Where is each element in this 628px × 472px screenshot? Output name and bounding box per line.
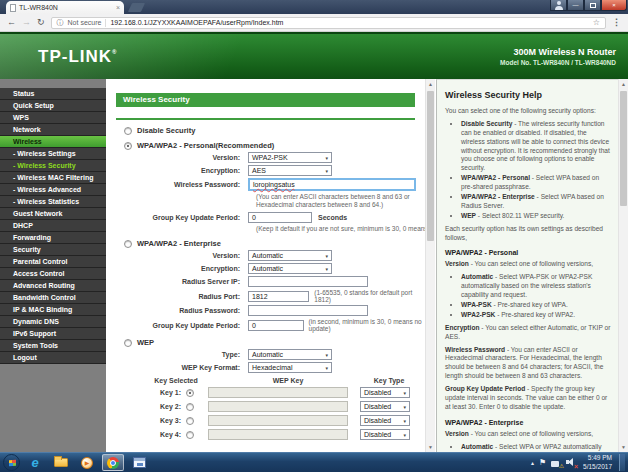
volume-muted-icon[interactable]: × bbox=[566, 458, 578, 467]
show-desktop-button[interactable] bbox=[619, 454, 625, 472]
scroll-down-icon[interactable]: ▼ bbox=[426, 442, 435, 452]
info-icon[interactable]: ⓘ bbox=[57, 18, 64, 28]
wep-key-4-type-select[interactable]: Disabled▾ bbox=[360, 429, 410, 440]
help-scrollbar[interactable]: ▲ ▼ bbox=[618, 79, 628, 452]
sidebar-item-wireless-mac-filtering[interactable]: - Wireless MAC Filtering bbox=[0, 172, 106, 184]
taskbar-app-icon[interactable] bbox=[128, 454, 150, 471]
taskbar-chrome-icon[interactable] bbox=[102, 454, 124, 471]
wep-key-2-field[interactable] bbox=[208, 401, 348, 412]
sidebar-item-status[interactable]: Status bbox=[0, 88, 106, 100]
scrollbar-thumb[interactable] bbox=[427, 91, 434, 241]
minimize-button[interactable]: — bbox=[567, 0, 584, 11]
wep-type-select[interactable]: Automatic▾ bbox=[248, 349, 332, 360]
address-bar[interactable]: ⓘ Not secure 192.168.0.1/JZYXXKAAIMOEPAF… bbox=[51, 17, 606, 29]
sidebar-item-wireless-advanced[interactable]: - Wireless Advanced bbox=[0, 184, 106, 196]
sidebar-item-wireless-security[interactable]: - Wireless Security bbox=[0, 160, 106, 172]
sidebar-item-forwarding[interactable]: Forwarding bbox=[0, 232, 106, 244]
wpa-personal-option[interactable]: WPA/WPA2 - Personal(Recommended) bbox=[124, 141, 425, 150]
forward-icon[interactable]: → bbox=[22, 18, 31, 27]
taskbar-ie-icon[interactable]: e bbox=[24, 454, 46, 471]
tab-close-icon[interactable]: × bbox=[116, 4, 120, 11]
clock-time: 5:49 PM bbox=[583, 454, 612, 463]
sidebar-item-logout[interactable]: Logout bbox=[0, 352, 106, 364]
sidebar-item-system-tools[interactable]: System Tools bbox=[0, 340, 106, 352]
radius-ip-field[interactable] bbox=[248, 276, 368, 287]
radius-port-field[interactable]: 1812 bbox=[248, 291, 309, 302]
sidebar-item-access-control[interactable]: Access Control bbox=[0, 268, 106, 280]
personal-version-select[interactable]: WPA2-PSK▾ bbox=[248, 152, 332, 163]
radius-port-value: 1812 bbox=[252, 293, 268, 300]
radio-wep-key-4[interactable] bbox=[186, 431, 194, 439]
definition: - The wireless security function can be … bbox=[461, 120, 610, 171]
browser-tab[interactable]: TL-WR840N × bbox=[6, 1, 124, 14]
disable-security-option[interactable]: Disable Security bbox=[124, 126, 425, 135]
wep-format-select[interactable]: Hexadecimal▾ bbox=[248, 362, 332, 373]
maximize-button[interactable] bbox=[584, 0, 601, 11]
enterprise-encryption-value: Automatic bbox=[252, 265, 283, 272]
tray-expand-icon[interactable]: ▴ bbox=[531, 460, 534, 466]
wep-key-4-field[interactable] bbox=[208, 429, 348, 440]
wpa-enterprise-option[interactable]: WPA/WPA2 - Enterprise bbox=[124, 239, 425, 248]
content-scrollbar[interactable]: ▲ ▼ bbox=[425, 79, 435, 452]
scroll-up-icon[interactable]: ▲ bbox=[426, 79, 435, 89]
sidebar-item-wireless-statistics[interactable]: - Wireless Statistics bbox=[0, 196, 106, 208]
term: WPA2-PSK bbox=[461, 311, 495, 318]
wep-key-1-type-select[interactable]: Disabled▾ bbox=[360, 387, 410, 398]
enterprise-version-value: Automatic bbox=[252, 252, 283, 259]
reload-icon[interactable]: ↻ bbox=[37, 18, 45, 27]
sidebar-item-network[interactable]: Network bbox=[0, 124, 106, 136]
wep-key-2-type-select[interactable]: Disabled▾ bbox=[360, 401, 410, 412]
taskbar-media-player-icon[interactable]: ▶ bbox=[76, 454, 98, 471]
wireless-password-field[interactable]: loropingsatus bbox=[248, 178, 416, 191]
sidebar-item-dhcp[interactable]: DHCP bbox=[0, 220, 106, 232]
new-tab-button[interactable] bbox=[128, 3, 145, 12]
wep-option[interactable]: WEP bbox=[124, 338, 425, 347]
sidebar-item-parental-control[interactable]: Parental Control bbox=[0, 256, 106, 268]
scrollbar-thumb[interactable] bbox=[620, 91, 627, 206]
network-status-icon[interactable] bbox=[551, 459, 561, 467]
sidebar-item-bandwidth-control[interactable]: Bandwidth Control bbox=[0, 292, 106, 304]
start-button[interactable] bbox=[3, 454, 20, 471]
personal-gkup-field[interactable]: 0 bbox=[248, 212, 312, 223]
radio-wpa-enterprise[interactable] bbox=[124, 240, 132, 248]
browser-menu-icon[interactable]: ⋮ bbox=[612, 18, 621, 27]
radius-password-field[interactable] bbox=[248, 305, 368, 316]
back-icon[interactable]: ← bbox=[7, 18, 16, 27]
radio-wep[interactable] bbox=[124, 339, 132, 347]
chevron-down-icon: ▾ bbox=[325, 352, 328, 358]
enterprise-gkup-field[interactable]: 0 bbox=[248, 320, 304, 331]
wep-key-3-field[interactable] bbox=[208, 415, 348, 426]
action-center-flag-icon[interactable]: ⚑ bbox=[539, 459, 546, 467]
sidebar-item-advanced-routing[interactable]: Advanced Routing bbox=[0, 280, 106, 292]
profile-button[interactable] bbox=[550, 0, 567, 11]
sidebar-item-ipv6-support[interactable]: IPv6 Support bbox=[0, 328, 106, 340]
sidebar-item-security[interactable]: Security bbox=[0, 244, 106, 256]
taskbar-clock[interactable]: 5:49 PM 5/15/2017 bbox=[583, 454, 614, 472]
radio-wep-key-1[interactable] bbox=[186, 389, 194, 397]
sidebar-item-wps[interactable]: WPS bbox=[0, 112, 106, 124]
definition: - Pre-shared key of WPA. bbox=[492, 301, 568, 308]
sidebar-item-dynamic-dns[interactable]: Dynamic DNS bbox=[0, 316, 106, 328]
taskbar-explorer-icon[interactable] bbox=[50, 454, 72, 471]
personal-encryption-select[interactable]: AES▾ bbox=[248, 165, 332, 176]
radio-wep-key-3[interactable] bbox=[186, 417, 194, 425]
sidebar-item-wireless-settings[interactable]: - Wireless Settings bbox=[0, 148, 106, 160]
wep-key-3-type-select[interactable]: Disabled▾ bbox=[360, 415, 410, 426]
enterprise-gkup-row: Group Key Update Period: 0 (in second, m… bbox=[106, 318, 425, 332]
bookmark-star-icon[interactable]: ☆ bbox=[593, 19, 600, 27]
wep-key-1-field[interactable] bbox=[208, 387, 348, 398]
enterprise-encryption-select[interactable]: Automatic▾ bbox=[248, 263, 332, 274]
radio-wep-key-2[interactable] bbox=[186, 403, 194, 411]
sidebar-item-wireless[interactable]: Wireless bbox=[0, 136, 106, 148]
personal-version-value: WPA2-PSK bbox=[252, 154, 288, 161]
radio-disable-security[interactable] bbox=[124, 127, 132, 135]
scroll-down-icon[interactable]: ▼ bbox=[619, 442, 628, 452]
radio-wpa-personal[interactable] bbox=[124, 142, 132, 150]
close-button[interactable]: × bbox=[601, 0, 627, 11]
sidebar-item-ip-mac-binding[interactable]: IP & MAC Binding bbox=[0, 304, 106, 316]
scroll-up-icon[interactable]: ▲ bbox=[619, 79, 628, 89]
sidebar-item-guest-network[interactable]: Guest Network bbox=[0, 208, 106, 220]
chrome-icon bbox=[107, 457, 119, 469]
enterprise-version-select[interactable]: Automatic▾ bbox=[248, 250, 332, 261]
sidebar-item-quick-setup[interactable]: Quick Setup bbox=[0, 100, 106, 112]
